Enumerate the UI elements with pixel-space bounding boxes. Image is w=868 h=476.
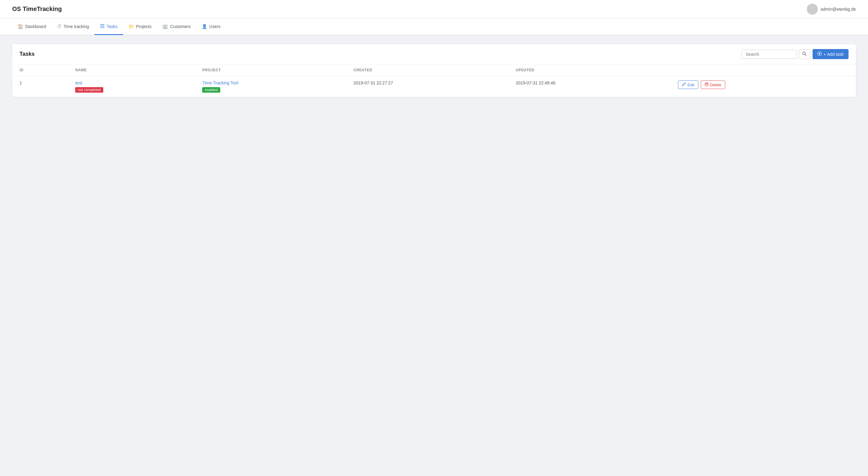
svg-rect-2 [100, 27, 104, 28]
task-project-cell: Time-Tracking Tool enabled [195, 76, 346, 97]
card-title: Tasks [20, 51, 35, 57]
projects-icon: 📁 [128, 24, 134, 29]
status-badge: not completed [75, 87, 103, 93]
task-name-cell: test not completed [68, 76, 195, 97]
nav-item-projects[interactable]: 📁 Projects [123, 19, 157, 35]
main-nav: 🏠 Dashboard ⏱ Time tracking Tasks 📁 Proj… [0, 18, 868, 35]
nav-label-dashboard: Dashboard [25, 24, 46, 29]
delete-button[interactable]: Delete [701, 81, 725, 89]
nav-item-users[interactable]: 👤 Users [196, 19, 226, 35]
nav-label-users: Users [209, 24, 220, 29]
task-id: 1 [12, 76, 68, 97]
time-tracking-icon: ⏱ [57, 24, 62, 29]
nav-label-tasks: Tasks [106, 24, 118, 29]
dashboard-icon: 🏠 [18, 24, 24, 29]
header-actions: + Add task [742, 49, 848, 59]
search-icon [802, 52, 807, 57]
svg-rect-1 [100, 26, 104, 27]
app-header: OS TimeTracking admin@wwnbg.de [0, 0, 868, 18]
trash-icon [705, 82, 708, 87]
task-actions: Edit Delete [671, 76, 856, 97]
nav-label-customers: Customers [170, 24, 191, 29]
task-updated: 2019-07-31 22:48:46 [508, 76, 671, 97]
col-actions [671, 64, 856, 76]
avatar [807, 4, 818, 14]
user-email: admin@wwnbg.de [821, 7, 856, 11]
search-input[interactable] [742, 50, 797, 59]
project-status-badge: enabled [202, 87, 220, 93]
table-row: 1 test not completed Time-Tracking Tool … [12, 76, 856, 97]
card-header: Tasks [12, 44, 856, 64]
tasks-icon [100, 24, 105, 29]
nav-label-projects: Projects [136, 24, 152, 29]
svg-rect-0 [100, 24, 104, 25]
nav-item-time-tracking[interactable]: ⏱ Time tracking [52, 19, 95, 35]
add-task-button[interactable]: + Add task [812, 49, 848, 59]
edit-label: Edit [687, 83, 694, 87]
project-name-link[interactable]: Time-Tracking Tool [202, 81, 339, 85]
col-id: ID [12, 64, 68, 76]
user-info: admin@wwnbg.de [807, 4, 856, 14]
col-name: NAME [68, 64, 195, 76]
nav-item-tasks[interactable]: Tasks [94, 19, 123, 35]
edit-icon [682, 82, 686, 87]
col-project: PROJECT [195, 64, 346, 76]
search-button[interactable] [799, 49, 810, 59]
main-content: Tasks [0, 35, 868, 106]
table-header-row: ID NAME PROJECT CREATED UPDATED [12, 64, 856, 76]
tasks-table: ID NAME PROJECT CREATED UPDATED 1 test n… [12, 64, 856, 97]
nav-item-customers[interactable]: 🏢 Customers [157, 19, 196, 35]
task-name-link[interactable]: test [75, 81, 188, 85]
customers-icon: 🏢 [162, 24, 168, 29]
col-created: CREATED [346, 64, 508, 76]
svg-line-4 [805, 54, 806, 56]
users-icon: 👤 [202, 24, 208, 29]
col-updated: UPDATED [508, 64, 671, 76]
plus-icon [817, 52, 822, 57]
edit-button[interactable]: Edit [678, 81, 698, 89]
task-created: 2019-07-31 22:27:27 [346, 76, 508, 97]
delete-label: Delete [710, 83, 721, 87]
app-title: OS TimeTracking [12, 5, 62, 12]
nav-item-dashboard[interactable]: 🏠 Dashboard [12, 19, 52, 35]
svg-rect-8 [705, 83, 708, 86]
nav-label-time-tracking: Time tracking [64, 24, 89, 29]
add-task-label: + Add task [824, 52, 844, 57]
tasks-card: Tasks [12, 44, 856, 97]
